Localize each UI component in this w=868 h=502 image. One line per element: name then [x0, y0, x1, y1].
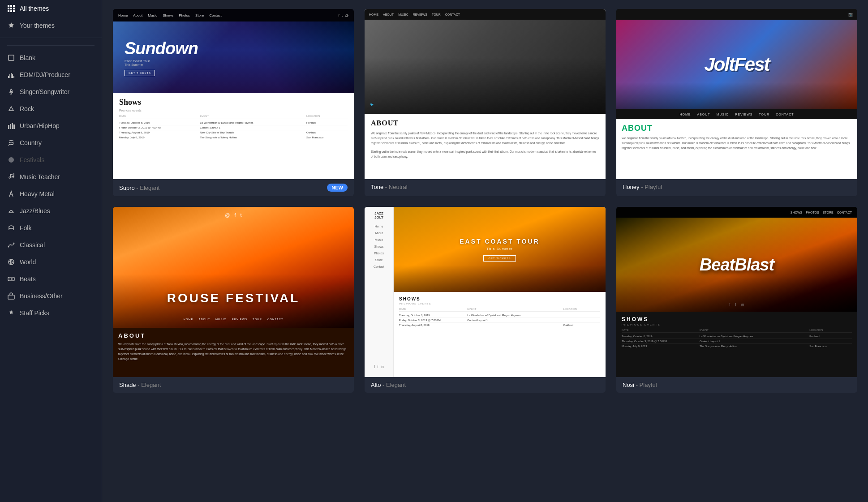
- alto-style: - Elegant: [382, 382, 406, 388]
- table-row: Tuesday, October 8, 2019 La Wonderbar w/…: [399, 313, 600, 318]
- alto-shows-title: SHOWS: [399, 296, 600, 301]
- honey-nav-contact: CONTACT: [776, 113, 794, 116]
- sidebar-item-beats[interactable]: Beats: [0, 270, 102, 287]
- honey-hero-title: JoltFest: [704, 54, 769, 75]
- blank-icon: [7, 54, 15, 62]
- grid-icon: [7, 4, 15, 13]
- nosi-hero: BeatBlast f t in: [616, 218, 857, 312]
- alto-col-event: EVENT: [467, 308, 559, 310]
- theme-card-alto[interactable]: JAZZJOLT Home About Music Shows Photos S…: [365, 207, 606, 393]
- row-event: [467, 324, 559, 326]
- sidebar-item-label-urban: Urban/HipHop: [20, 122, 60, 129]
- sidebar-item-staff-picks[interactable]: Staff Picks: [0, 305, 102, 322]
- row-date: Tuesday, October 8, 2019: [119, 121, 196, 124]
- svg-rect-2: [13, 5, 15, 7]
- svg-rect-7: [10, 10, 12, 12]
- business-icon: [7, 292, 15, 300]
- row-loc: [563, 319, 600, 322]
- tone-nav: CONTACT: [445, 13, 460, 16]
- shade-about-section: ABOUT We originate from the sandy plains…: [113, 328, 354, 377]
- sidebar-item-your-themes[interactable]: Your themes: [0, 17, 102, 34]
- svg-rect-37: [8, 295, 14, 299]
- sidebar-item-business[interactable]: Business/Other: [0, 287, 102, 305]
- nosi-preview-inner: SHOWS PHOTOS STORE CONTACT BeatBlast f: [616, 207, 857, 377]
- nosi-nav-photos: PHOTOS: [806, 211, 819, 214]
- table-row: Tuesday, October 8, 2019 La Wonderbar w/…: [119, 120, 348, 125]
- row-date: Thursday, August 8, 2019: [119, 131, 196, 134]
- supro-social-fb: f: [338, 13, 339, 17]
- sidebar-item-country[interactable]: Country: [0, 134, 102, 151]
- alto-nav-music: Music: [375, 238, 383, 241]
- sidebar-item-rock[interactable]: Rock: [0, 100, 102, 117]
- sidebar-item-edm[interactable]: EDM/DJ/Producer: [0, 66, 102, 83]
- shade-hero-social: @ f t: [225, 212, 241, 218]
- heavy-metal-icon: [7, 190, 15, 198]
- alto-hero-fade: [394, 265, 606, 292]
- sidebar-item-singer[interactable]: Singer/Songwriter: [0, 83, 102, 100]
- row-event: La Wonderbar w/ Dystal and Megan Haymes: [700, 335, 806, 338]
- sidebar-item-label-festivals: Festivals: [20, 156, 44, 163]
- theme-card-shade[interactable]: @ f t ROUSE FESTIVAL HOME ABOUT MUSIC RE…: [113, 207, 354, 393]
- sidebar-item-classical[interactable]: Classical: [0, 236, 102, 253]
- tone-name: Tone: [371, 184, 383, 190]
- supro-shows-sub: Previous events: [119, 109, 348, 112]
- sidebar-item-all-themes[interactable]: All themes: [0, 0, 102, 17]
- sidebar-item-music-teacher[interactable]: Music Teacher: [0, 168, 102, 185]
- theme-card-tone[interactable]: HOME ABOUT MUSIC REVIEWS TOUR CONTACT: [365, 9, 606, 196]
- alto-in: in: [381, 365, 384, 369]
- theme-preview-alto: JAZZJOLT Home About Music Shows Photos S…: [365, 207, 606, 377]
- supro-col-date: DATE: [119, 115, 196, 117]
- theme-preview-nosi: SHOWS PHOTOS STORE CONTACT BeatBlast f: [616, 207, 857, 377]
- svg-rect-11: [9, 74, 10, 78]
- supro-label: Supro - Elegant NEW: [113, 179, 354, 196]
- main-content: Home About Music Shows Photos Store Cont…: [102, 0, 868, 502]
- nosi-name: Nosi: [623, 382, 634, 388]
- row-loc: [809, 340, 852, 343]
- shade-nav-reviews: REVIEWS: [232, 318, 247, 321]
- tone-label-text: Tone - Neutral: [371, 184, 408, 190]
- svg-rect-1: [10, 5, 12, 7]
- table-row: Friday, October 3, 2019 @ 7:00PM Content…: [399, 318, 600, 323]
- theme-card-honey[interactable]: 📷 JoltFest HOME ABOUT MUSIC: [616, 9, 857, 196]
- row-event: La Wonderbar w/ Dystal and Megan Haymes: [467, 314, 559, 317]
- honey-nav-reviews: REVIEWS: [735, 113, 752, 116]
- country-icon: [7, 139, 15, 147]
- sidebar-item-festivals[interactable]: Festivals: [0, 151, 102, 168]
- theme-card-supro[interactable]: Home About Music Shows Photos Store Cont…: [113, 9, 354, 196]
- shade-nav-home: HOME: [183, 318, 193, 321]
- shade-hero-nav: HOME ABOUT MUSIC REVIEWS TOUR CONTACT: [113, 318, 354, 321]
- alto-sidebar-nav: JAZZJOLT Home About Music Shows Photos S…: [365, 207, 394, 377]
- alto-nav-home: Home: [375, 225, 383, 228]
- sidebar-item-blank[interactable]: Blank: [0, 49, 102, 66]
- supro-nav-home: Home: [118, 13, 128, 17]
- sidebar-item-world[interactable]: World: [0, 253, 102, 270]
- nosi-nav-right: SHOWS PHOTOS STORE CONTACT: [791, 211, 852, 214]
- supro-nav-photos: Photos: [179, 13, 190, 17]
- theme-preview-honey: 📷 JoltFest HOME ABOUT MUSIC: [616, 9, 857, 179]
- honey-nav2: HOME ABOUT MUSIC REVIEWS TOUR CONTACT: [616, 109, 857, 119]
- honey-about-section: ABOUT We originate from the sandy plains…: [616, 119, 857, 179]
- sidebar-item-label-blank: Blank: [20, 54, 35, 61]
- shade-hero-title: ROUSE FESTIVAL: [113, 291, 354, 305]
- nosi-col-event: EVENT: [700, 329, 806, 331]
- theme-card-nosi[interactable]: SHOWS PHOTOS STORE CONTACT BeatBlast f: [616, 207, 857, 393]
- sidebar-item-label-singer: Singer/Songwriter: [20, 88, 69, 95]
- sidebar-item-heavy-metal[interactable]: Heavy Metal: [0, 185, 102, 202]
- sidebar-item-urban[interactable]: Urban/HipHop: [0, 117, 102, 134]
- alto-label-text: Alto - Elegant: [371, 382, 406, 388]
- supro-nav-store: Store: [195, 13, 204, 17]
- nosi-col-date: DATE: [622, 329, 696, 331]
- alto-hero-btn[interactable]: GET TICKETS: [483, 255, 516, 262]
- supro-navbar: Home About Music Shows Photos Store Cont…: [113, 9, 354, 21]
- alto-col-loc: LOCATION: [563, 308, 600, 310]
- sidebar-item-folk[interactable]: Folk: [0, 219, 102, 236]
- sidebar-item-label-music-teacher: Music Teacher: [20, 173, 60, 180]
- honey-label-text: Honey - Playful: [623, 184, 662, 190]
- supro-hero-btn[interactable]: GET TICKETS: [125, 70, 155, 76]
- alto-nav-photos: Photos: [374, 252, 384, 255]
- row-loc: Portland: [306, 121, 348, 124]
- row-date: Tuesday, October 8, 2019: [622, 335, 696, 338]
- row-date: Thursday, October 3, 2019 @ 7:00PM: [622, 340, 696, 343]
- sidebar-item-jazz[interactable]: Jazz/Blues: [0, 202, 102, 219]
- shade-fb-icon: f: [235, 212, 236, 218]
